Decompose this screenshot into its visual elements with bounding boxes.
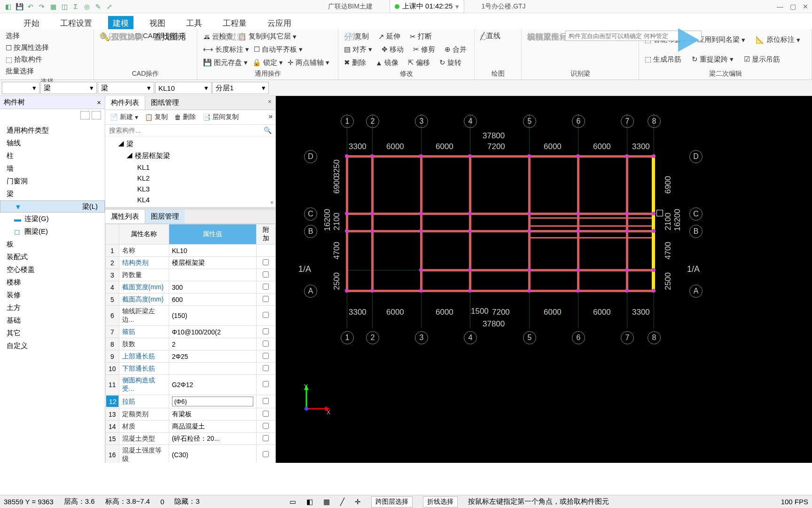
- prop-extra-checkbox[interactable]: [257, 326, 275, 338]
- auto-level-button[interactable]: ☐ 自动平齐板 ▾: [252, 44, 304, 56]
- tree-sub-link-beam[interactable]: ▬连梁(G): [0, 213, 105, 225]
- layer-select[interactable]: 分层1▾: [212, 82, 269, 94]
- mirror-button[interactable]: ▲ 镜像: [374, 56, 400, 69]
- qat-icon[interactable]: ▦: [49, 2, 57, 11]
- cross-layer-button[interactable]: 跨图层选择: [371, 496, 413, 508]
- prop-extra-checkbox[interactable]: [257, 245, 275, 257]
- qat-icon[interactable]: Σ: [71, 2, 80, 11]
- tree-item[interactable]: 墙: [0, 162, 105, 175]
- prop-extra-checkbox[interactable]: [257, 408, 275, 421]
- row-num[interactable]: 9: [106, 350, 119, 363]
- tab-layer-mgmt[interactable]: 图层管理: [145, 210, 185, 223]
- prop-extra-checkbox[interactable]: [257, 257, 275, 269]
- prop-value[interactable]: 2: [169, 338, 256, 350]
- prop-value[interactable]: 300: [169, 281, 256, 294]
- category-select[interactable]: 梁▾: [40, 82, 97, 94]
- tab-component-list[interactable]: 构件列表: [105, 96, 145, 110]
- new-button[interactable]: 📄 新建 ▾: [108, 112, 140, 122]
- tree-top[interactable]: 通用构件类型: [0, 124, 105, 137]
- floor-copy-button[interactable]: 📑 层间复制: [201, 112, 241, 122]
- prop-value[interactable]: (碎石粒径：20...: [169, 433, 256, 445]
- origin-dim-button[interactable]: 📐 原位标注 ▾: [754, 31, 802, 49]
- row-num[interactable]: 16: [106, 445, 119, 463]
- prop-value[interactable]: [169, 363, 256, 375]
- tree-group[interactable]: ◢ 楼层框架梁: [109, 150, 272, 162]
- prop-name[interactable]: 定额类别: [119, 408, 169, 421]
- component-select[interactable]: KL10▾: [155, 82, 211, 94]
- prop-value[interactable]: G2Φ12: [169, 375, 256, 395]
- show-hook-button[interactable]: ☑ 显示吊筋: [742, 50, 782, 69]
- prop-extra-checkbox[interactable]: [257, 281, 275, 294]
- prop-name[interactable]: 截面高度(mm): [119, 294, 169, 306]
- prop-extra-checkbox[interactable]: [257, 338, 275, 350]
- prop-extra-checkbox[interactable]: [257, 294, 275, 306]
- prop-value[interactable]: Φ10@100/200(2: [169, 326, 256, 338]
- tree-kl4[interactable]: KL4: [109, 194, 272, 205]
- prop-name[interactable]: 侧面构造或受...: [119, 375, 169, 395]
- tree-item[interactable]: 楼梯: [0, 276, 105, 289]
- tree-item[interactable]: 轴线: [0, 137, 105, 150]
- row-num[interactable]: 15: [106, 433, 119, 445]
- menu-tools[interactable]: 工具: [181, 16, 207, 29]
- prop-extra-checkbox[interactable]: [257, 433, 275, 445]
- edit-support-button[interactable]: 识别梁: [525, 31, 553, 43]
- win-max-icon[interactable]: ▢: [790, 3, 796, 10]
- row-num[interactable]: 11: [106, 375, 119, 395]
- split-button[interactable]: 分割: [342, 31, 362, 43]
- tree-item[interactable]: 柱: [0, 150, 105, 162]
- tree-sub-beam-l[interactable]: ▼梁(L): [0, 200, 105, 213]
- status-icon[interactable]: ▦: [323, 498, 330, 506]
- qat-redo-icon[interactable]: ↷: [38, 2, 46, 11]
- qat-icon[interactable]: ◎: [83, 2, 91, 11]
- prop-name[interactable]: 截面宽度(mm): [119, 281, 169, 294]
- apply-same-button[interactable]: 应用到同名梁 ▾: [695, 31, 747, 49]
- row-num[interactable]: 3: [106, 269, 119, 281]
- prop-extra-checkbox[interactable]: [257, 445, 275, 463]
- prop-extra-checkbox[interactable]: [257, 375, 275, 395]
- element-filter-button[interactable]: ▼ 图元过滤: [201, 31, 247, 43]
- select-by-prop-button[interactable]: ☐ 按属性选择: [4, 42, 90, 53]
- tree-item[interactable]: 空心楼盖: [0, 263, 105, 276]
- status-icon[interactable]: ◧: [306, 498, 313, 506]
- tree-view-icons[interactable]: [4, 111, 101, 119]
- status-icon[interactable]: ▭: [289, 498, 296, 506]
- row-num[interactable]: 7: [106, 326, 119, 338]
- menu-modeling[interactable]: 建模: [108, 16, 133, 29]
- floor-select[interactable]: ▾: [2, 82, 39, 94]
- prop-name[interactable]: 跨数量: [119, 269, 169, 281]
- row-num[interactable]: 13: [106, 408, 119, 421]
- prop-value[interactable]: 2Φ25: [169, 350, 256, 363]
- win-close-icon[interactable]: ✕: [803, 3, 808, 10]
- close-icon[interactable]: ×: [270, 199, 273, 206]
- prop-value[interactable]: 楼层框架梁: [169, 257, 256, 269]
- prop-extra-checkbox[interactable]: [257, 395, 275, 408]
- tree-item-beam[interactable]: 梁: [0, 188, 105, 200]
- prop-name[interactable]: 箍筋: [119, 326, 169, 338]
- tree-item[interactable]: 基础: [0, 314, 105, 327]
- tree-kl2[interactable]: KL2: [109, 173, 272, 183]
- select-button[interactable]: 选择: [4, 31, 90, 41]
- length-dim-button[interactable]: ⟷ 长度标注 ▾: [201, 44, 251, 56]
- prop-name[interactable]: 轴线距梁左边...: [119, 306, 169, 326]
- tree-item[interactable]: 装配式: [0, 251, 105, 263]
- prop-name[interactable]: 混凝土强度等级: [119, 445, 169, 463]
- prop-name[interactable]: 结构类别: [119, 257, 169, 269]
- prop-value[interactable]: (150): [169, 306, 256, 326]
- extend-button[interactable]: ↗ 延伸: [376, 31, 402, 43]
- search-input[interactable]: [109, 127, 264, 134]
- splitter[interactable]: ×: [105, 207, 275, 210]
- prop-name[interactable]: 拉筋: [119, 395, 169, 408]
- menu-start[interactable]: 开始: [19, 16, 44, 29]
- save-element-button[interactable]: 💾 图元存盘 ▾: [201, 56, 250, 69]
- restore-cad-button[interactable]: ↺ 还原CAD: [98, 31, 143, 43]
- delete-button[interactable]: ✖ 删除: [342, 56, 368, 69]
- lock-button[interactable]: 🔒 锁定 ▾: [250, 56, 285, 69]
- row-num[interactable]: 12: [106, 395, 119, 407]
- tree-item[interactable]: 其它: [0, 327, 105, 340]
- menu-cloud[interactable]: 云应用: [263, 16, 296, 29]
- pick-element-button[interactable]: ⬚ 拾取构件: [4, 54, 90, 65]
- menu-quantity[interactable]: 工程量: [218, 16, 251, 29]
- prop-name[interactable]: 肢数: [119, 338, 169, 350]
- offset-button[interactable]: ⇱ 偏移: [406, 56, 432, 69]
- qat-undo-icon[interactable]: ↶: [26, 2, 35, 11]
